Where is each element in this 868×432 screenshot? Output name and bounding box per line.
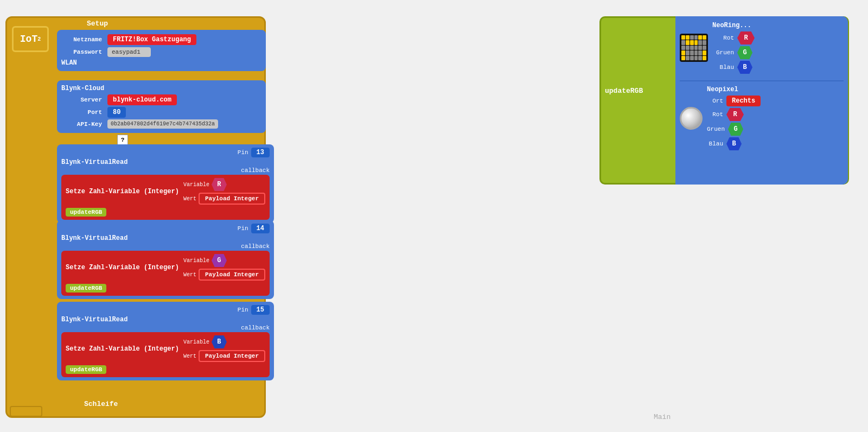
blynk-block: Blynk-Cloud Server blynk-cloud.com Port … [57,80,266,133]
ort-label: Ort [707,98,723,104]
variable-label-3: Variable [183,339,209,345]
setup-label: Setup [87,20,108,28]
iot-logo: IoT2 [12,26,49,52]
callback-label-2: callback [61,243,270,250]
netzname-label: Netzname [61,36,102,43]
neopixel-section: Neopixel Ort Rechts Rot R Gruen G [675,81,848,155]
variable-badge-r: R [212,178,227,191]
passwort-value: easypad1 [107,47,151,57]
variable-label-1: Variable [183,182,209,188]
update-rgb-3: updateRGB [66,365,106,374]
virtualread-block-1: Pin 13 Blynk-VirtualRead callback Setze … [57,144,274,223]
port-label: Port [61,109,102,116]
rot-badge-neopixel: R [726,108,744,121]
variable-badge-g: G [212,254,227,267]
virtualread-block-3: Pin 15 Blynk-VirtualRead callback Setze … [57,302,274,380]
wlan-block: Netzname FRITZ!Box Gastzugang Passwort e… [57,30,266,71]
rechts-badge: Rechts [726,96,761,106]
right-blue-area: NeoRing... Rot R Gruen G Blau B [675,16,848,185]
neoring-section: NeoRing... Rot R Gruen G Blau B [675,16,848,80]
neopixel-circle [680,107,703,130]
payload-badge-3: Payload Integer [199,350,265,362]
blau-label-neoring: Blau [712,64,734,71]
callback-block-1: Setze Zahl-Variable (Integer) Variable R… [61,175,270,220]
variable-badge-b: B [212,335,227,348]
gruen-badge-neopixel: G [728,123,743,136]
pin-label-2: Pin [238,225,248,232]
setze-label-1: Setze Zahl-Variable (Integer) [66,188,179,195]
server-value: blynk-cloud.com [107,94,177,105]
setze-label-2: Setze Zahl-Variable (Integer) [66,264,179,271]
bottom-strip [10,406,42,417]
schleife-label: Schleife [84,400,118,408]
callback-block-3: Setze Zahl-Variable (Integer) Variable B… [61,332,270,377]
blynk-label: Blynk-Cloud [61,85,261,92]
pin-label-3: Pin [238,307,248,313]
gruen-label-neopixel: Gruen [707,126,725,132]
main-label: Main [654,413,671,421]
rot-badge-neoring: R [737,31,755,45]
blau-label-neopixel: Blau [707,141,723,147]
apikey-value: 0b2ab047802d4f619e7c4b747435d32a [107,119,218,129]
pin-label-1: Pin [238,149,248,156]
vr-label-3: Blynk-VirtualRead [61,316,270,323]
virtualread-block-2: Pin 14 Blynk-VirtualRead callback Setze … [57,220,274,299]
variable-label-2: Variable [183,258,209,264]
blau-badge-neoring: B [737,61,752,74]
updatergb-left-label: updateRGB [605,87,643,95]
wlan-label: WLAN [61,59,261,67]
gruen-label-neoring: Gruen [712,49,734,56]
callback-block-2: Setze Zahl-Variable (Integer) Variable G… [61,251,270,296]
update-rgb-1: updateRGB [66,208,106,217]
rot-label-neoring: Rot [712,35,734,41]
wert-label-2: Wert [183,272,196,278]
neopixel-label: Neopixel [707,86,761,93]
wert-label-1: Wert [183,196,196,202]
setze-label-3: Setze Zahl-Variable (Integer) [66,345,179,353]
pin-value-2: 14 [251,224,270,233]
wert-label-3: Wert [183,353,196,359]
callback-label-1: callback [61,167,270,174]
pin-value-3: 15 [251,305,270,315]
netzname-value: FRITZ!Box Gastzugang [107,34,196,45]
vr-label-2: Blynk-VirtualRead [61,234,270,242]
question-mark: ? [117,135,128,145]
callback-label-3: callback [61,325,270,331]
server-label: Server [61,97,102,103]
passwort-label: Passwort [61,49,102,55]
update-rgb-2: updateRGB [66,284,106,293]
port-value: 80 [107,107,126,118]
vr-label-1: Blynk-VirtualRead [61,158,270,166]
rot-label-neopixel: Rot [707,111,723,118]
payload-badge-2: Payload Integer [199,269,265,281]
canvas: IoT2 Setup Netzname FRITZ!Box Gastzugang… [0,0,868,432]
gruen-badge-neoring: G [737,46,752,59]
payload-badge-1: Payload Integer [199,193,265,205]
blau-badge-neopixel: B [726,137,742,150]
apikey-label: API-Key [61,121,102,128]
neoring-label: NeoRing... [712,22,755,29]
pin-value-1: 13 [251,148,270,157]
